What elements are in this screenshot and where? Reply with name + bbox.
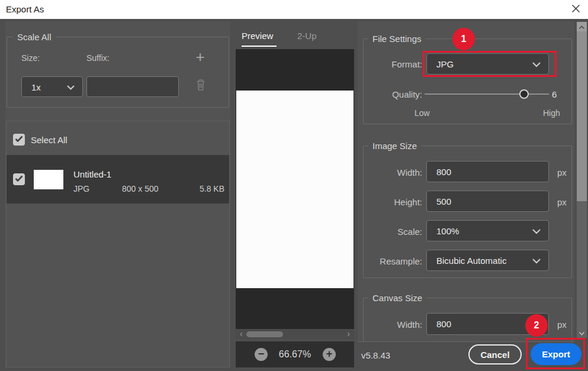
scale-value: 100% bbox=[436, 226, 459, 236]
scroll-down-button[interactable] bbox=[577, 328, 587, 337]
width-unit: px bbox=[557, 167, 567, 178]
suffix-input[interactable] bbox=[86, 76, 179, 97]
chevron-down-icon bbox=[532, 59, 541, 69]
scroll-up-icon bbox=[579, 21, 585, 32]
scale-label: Scale: bbox=[363, 227, 422, 237]
chevron-down-icon bbox=[532, 256, 541, 266]
quality-value: 6 bbox=[552, 89, 557, 99]
tab-2up[interactable]: 2-Up bbox=[297, 31, 317, 41]
scroll-right-icon[interactable]: › bbox=[347, 329, 350, 339]
select-all-checkbox[interactable] bbox=[13, 134, 25, 146]
width-label: Width: bbox=[363, 167, 422, 178]
canvas-size-legend: Canvas Size bbox=[368, 293, 426, 303]
chevron-down-icon bbox=[67, 82, 75, 92]
height-input[interactable] bbox=[426, 191, 549, 212]
zoom-in-button[interactable]: + bbox=[323, 348, 336, 361]
quality-slider-knob[interactable] bbox=[519, 89, 529, 99]
resample-value: Bicubic Automatic bbox=[436, 256, 506, 266]
item-filesize: 5.8 KB bbox=[200, 184, 224, 193]
zoom-bar: − 66.67% + bbox=[236, 341, 354, 367]
add-scale-button[interactable]: + bbox=[192, 49, 208, 65]
plus-icon: + bbox=[326, 349, 333, 359]
checkmark-icon bbox=[15, 134, 23, 145]
preview-canvas bbox=[236, 91, 354, 288]
zoom-level: 66.67% bbox=[271, 349, 319, 360]
horizontal-scrollbar[interactable]: ‹ › bbox=[236, 329, 354, 339]
scroll-left-icon[interactable]: ‹ bbox=[240, 329, 243, 339]
annotation-badge-1: 1 bbox=[452, 28, 475, 50]
cancel-button[interactable]: Cancel bbox=[468, 344, 522, 364]
delete-scale-button[interactable] bbox=[193, 78, 208, 94]
item-thumbnail bbox=[34, 170, 63, 189]
scale-dropdown[interactable]: 100% bbox=[426, 220, 549, 241]
resample-dropdown[interactable]: Bicubic Automatic bbox=[426, 250, 549, 271]
suffix-label: Suffix: bbox=[86, 53, 110, 63]
file-settings-group bbox=[363, 38, 572, 124]
title-bar: Export As bbox=[0, 0, 588, 19]
quality-high-label: High bbox=[543, 108, 560, 118]
export-label: Export bbox=[542, 349, 570, 359]
height-unit: px bbox=[557, 197, 567, 207]
tab-preview[interactable]: Preview bbox=[242, 31, 273, 41]
plus-icon: + bbox=[195, 48, 204, 66]
item-name: Untitled-1 bbox=[73, 169, 111, 179]
file-settings-legend: File Settings bbox=[368, 34, 426, 44]
format-value: JPG bbox=[436, 59, 454, 69]
cancel-label: Cancel bbox=[480, 350, 509, 360]
close-button[interactable] bbox=[566, 1, 585, 18]
close-icon bbox=[571, 4, 580, 15]
item-checkbox[interactable] bbox=[13, 173, 25, 185]
width-input[interactable] bbox=[426, 161, 549, 182]
zoom-out-button[interactable]: − bbox=[255, 348, 268, 361]
item-format: JPG bbox=[73, 184, 89, 193]
scale-all-legend: Scale All bbox=[13, 32, 56, 42]
active-tab-underline bbox=[242, 46, 277, 47]
scroll-down-icon bbox=[579, 327, 585, 338]
vertical-scrollbar[interactable] bbox=[577, 22, 587, 338]
quality-label: Quality: bbox=[363, 89, 422, 99]
dialog-title: Export As bbox=[6, 0, 44, 19]
size-dropdown[interactable]: 1x bbox=[21, 76, 83, 97]
chevron-down-icon bbox=[532, 226, 541, 236]
select-all-label: Select All bbox=[31, 135, 68, 145]
minus-icon: − bbox=[258, 349, 265, 359]
scale-all-group bbox=[7, 37, 229, 108]
quality-low-label: Low bbox=[415, 108, 430, 118]
size-dropdown-value: 1x bbox=[31, 82, 41, 92]
checkmark-icon bbox=[15, 174, 23, 185]
export-button[interactable]: Export bbox=[531, 343, 581, 365]
trash-icon bbox=[195, 85, 207, 93]
item-dimensions: 800 x 500 bbox=[122, 184, 159, 193]
annotation-badge-2: 2 bbox=[525, 314, 548, 337]
version-label: v5.8.43 bbox=[361, 350, 390, 360]
format-label: Format: bbox=[363, 59, 422, 69]
export-as-dialog: Export As Scale All Size: Suffix: + 1x S… bbox=[0, 0, 588, 371]
footer-divider bbox=[358, 341, 574, 342]
size-label: Size: bbox=[21, 53, 40, 63]
vscroll-thumb[interactable] bbox=[577, 31, 587, 201]
scroll-up-button[interactable] bbox=[577, 22, 587, 31]
height-label: Height: bbox=[363, 197, 422, 207]
canvas-width-unit: px bbox=[557, 320, 567, 330]
format-dropdown[interactable]: JPG bbox=[426, 53, 549, 75]
canvas-width-label: Width: bbox=[363, 320, 422, 330]
hscroll-thumb[interactable] bbox=[246, 331, 283, 337]
resample-label: Resample: bbox=[363, 256, 422, 266]
quality-slider-track[interactable] bbox=[425, 93, 549, 95]
image-size-legend: Image Size bbox=[368, 141, 421, 151]
